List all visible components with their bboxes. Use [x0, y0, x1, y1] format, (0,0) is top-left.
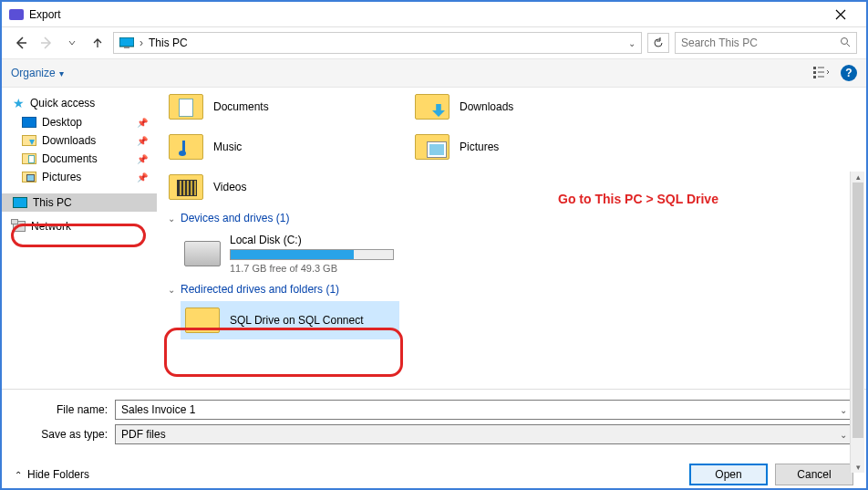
savetype-field[interactable]: PDF files ⌄ [115, 424, 853, 444]
filename-value: Sales Invoice 1 [121, 403, 840, 416]
pin-icon: 📌 [137, 172, 148, 182]
sidebar-this-pc[interactable]: This PC [2, 193, 157, 212]
pictures-icon [414, 131, 450, 162]
chevron-up-icon: ⌃ [15, 470, 22, 480]
up-button[interactable] [88, 33, 108, 53]
location-text: This PC [149, 36, 623, 49]
svg-rect-0 [119, 37, 134, 47]
downloads-icon [22, 135, 36, 146]
pin-icon: 📌 [137, 136, 148, 146]
svg-rect-3 [813, 67, 816, 69]
help-button[interactable]: ? [841, 65, 857, 81]
music-icon [168, 131, 204, 162]
sidebar-pictures[interactable]: Pictures📌 [2, 168, 157, 186]
pictures-icon [22, 172, 36, 182]
close-button[interactable] [822, 4, 859, 26]
sidebar-network[interactable]: Network [2, 217, 157, 235]
sidebar-item-label: Quick access [30, 97, 95, 109]
content-area: Documents Downloads Music Pictures Video… [157, 88, 866, 389]
group-label: Devices and drives (1) [181, 212, 289, 224]
network-icon [13, 221, 26, 232]
nav-sidebar: ★Quick access Desktop📌 Downloads📌 Docume… [2, 88, 157, 389]
refresh-button[interactable] [647, 33, 669, 53]
folder-label: SQL Drive on SQL Connect [230, 314, 364, 327]
documents-icon [22, 153, 36, 164]
organize-label: Organize [11, 67, 56, 79]
folder-downloads[interactable]: Downloads [414, 91, 624, 122]
folder-pictures[interactable]: Pictures [414, 131, 624, 162]
cancel-button[interactable]: Cancel [775, 464, 853, 485]
arrow-up-icon [91, 36, 104, 49]
forward-button[interactable] [36, 33, 57, 53]
chevron-down-icon[interactable]: ⌄ [840, 405, 847, 415]
view-options-button[interactable] [810, 63, 833, 83]
vertical-scrollbar[interactable]: ▴ ▾ [850, 172, 864, 473]
hide-folders-label: Hide Folders [27, 468, 89, 481]
nav-bar: › This PC ⌄ [2, 27, 866, 58]
address-bar[interactable]: › This PC ⌄ [113, 32, 642, 54]
search-icon [840, 36, 851, 50]
folder-music[interactable]: Music [168, 131, 377, 162]
footer: ⌃ Hide Folders Open Cancel [2, 454, 866, 490]
documents-icon [168, 91, 204, 122]
open-button[interactable]: Open [689, 464, 768, 485]
recent-dropdown[interactable] [62, 33, 82, 53]
toolbar: Organize ▾ ? [2, 58, 866, 88]
titlebar: Export [2, 2, 866, 27]
svg-rect-1 [124, 47, 129, 48]
sidebar-desktop[interactable]: Desktop📌 [2, 113, 157, 131]
chevron-down-icon: ▾ [59, 68, 64, 78]
hide-folders-button[interactable]: ⌃ Hide Folders [15, 468, 89, 481]
chevron-down-icon: ⌄ [168, 285, 175, 295]
close-icon [835, 9, 846, 20]
filename-label: File name: [15, 403, 115, 416]
main-area: ★Quick access Desktop📌 Downloads📌 Docume… [2, 88, 866, 389]
app-icon [9, 9, 24, 20]
svg-rect-5 [813, 76, 816, 78]
savetype-label: Save as type: [15, 428, 115, 441]
sidebar-item-label: This PC [33, 196, 72, 209]
bottom-panel: File name: Sales Invoice 1 ⌄ Save as typ… [2, 389, 866, 454]
search-input[interactable] [681, 36, 840, 49]
downloads-icon [414, 91, 450, 122]
folder-label: Downloads [460, 100, 513, 113]
sidebar-item-label: Pictures [42, 171, 81, 183]
sidebar-downloads[interactable]: Downloads📌 [2, 131, 157, 150]
organize-menu[interactable]: Organize ▾ [11, 67, 64, 79]
scrollbar-thumb[interactable] [852, 182, 863, 438]
pin-icon: 📌 [137, 118, 148, 128]
search-box[interactable] [675, 32, 857, 54]
sidebar-item-label: Desktop [42, 116, 82, 129]
drive-icon [184, 241, 221, 266]
sidebar-item-label: Documents [42, 152, 98, 165]
refresh-icon [653, 37, 664, 48]
back-button[interactable] [11, 33, 31, 53]
chevron-down-icon[interactable]: ⌄ [840, 430, 847, 440]
videos-icon [168, 172, 204, 203]
folder-label: Pictures [460, 141, 499, 153]
devices-group-header[interactable]: ⌄ Devices and drives (1) [168, 212, 855, 224]
view-icon [813, 67, 830, 79]
location-chevron[interactable]: ⌄ [628, 38, 636, 48]
desktop-icon [22, 117, 36, 128]
folder-icon [184, 305, 221, 336]
folder-documents[interactable]: Documents [168, 91, 377, 122]
sidebar-quick-access[interactable]: ★Quick access [2, 93, 157, 113]
svg-rect-4 [813, 71, 816, 74]
drive-free-text: 11.7 GB free of 49.3 GB [230, 263, 394, 274]
drive-local-c[interactable]: Local Disk (C:) 11.7 GB free of 49.3 GB [181, 230, 855, 277]
help-icon: ? [845, 67, 852, 79]
scroll-down-icon: ▾ [852, 462, 863, 473]
annotation-text: Go to This PC > SQL Drive [558, 192, 718, 206]
folder-label: Music [213, 141, 242, 153]
drive-label: Local Disk (C:) [230, 234, 394, 246]
svg-point-2 [842, 37, 848, 44]
redirected-sql-drive[interactable]: SQL Drive on SQL Connect [181, 301, 399, 339]
folder-videos[interactable]: Videos [168, 172, 377, 203]
group-label: Redirected drives and folders (1) [181, 283, 339, 296]
sidebar-documents[interactable]: Documents📌 [2, 150, 157, 168]
pc-icon [13, 197, 27, 208]
filename-field[interactable]: Sales Invoice 1 ⌄ [115, 400, 853, 420]
pc-icon [119, 37, 134, 48]
redirected-group-header[interactable]: ⌄ Redirected drives and folders (1) [168, 283, 855, 296]
